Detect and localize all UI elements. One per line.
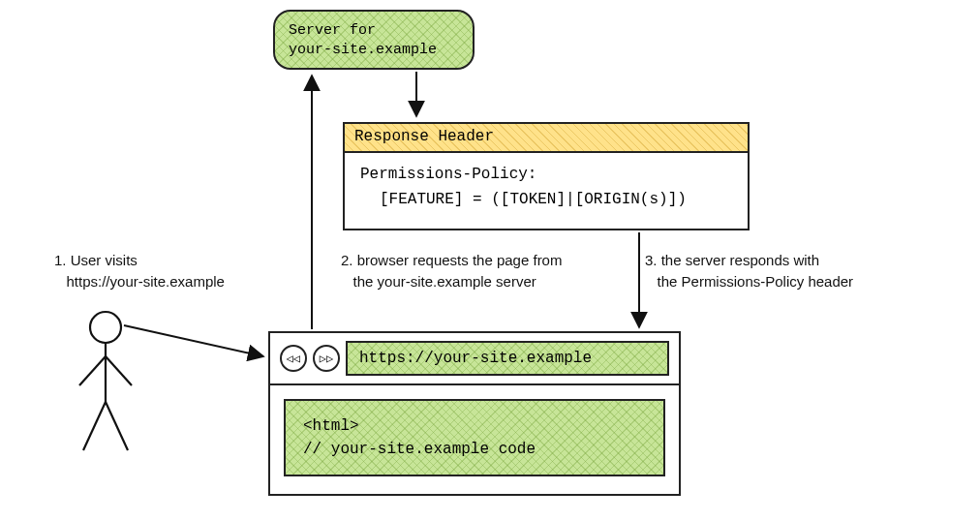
svg-line-2: [79, 356, 106, 385]
response-header-title: Response Header: [345, 124, 748, 153]
svg-line-3: [106, 356, 132, 385]
caption-step-1: 1. User visits https://your-site.example: [54, 250, 267, 292]
forward-button[interactable]: ▷▷: [313, 345, 340, 372]
server-line1: Server for: [289, 21, 459, 41]
url-bar[interactable]: https://your-site.example: [346, 341, 669, 376]
forward-icon: ▷▷: [320, 352, 333, 366]
caption-step-3: 3. the server responds with the Permissi…: [645, 250, 916, 292]
policy-syntax: [FEATURE] = ([TOKEN]|[ORIGIN(s)]): [360, 188, 732, 213]
server-line2: your-site.example: [289, 41, 459, 60]
page-code-box: <html> // your-site.example code: [284, 399, 665, 476]
server-box: Server for your-site.example: [273, 10, 475, 70]
code-line-2: // your-site.example code: [303, 438, 646, 461]
browser-window: ◁◁ ▷▷ https://your-site.example <html> /…: [268, 331, 681, 496]
browser-viewport: <html> // your-site.example code: [270, 385, 679, 490]
arrow-user-to-browser: [124, 325, 263, 356]
caption-step-2: 2. browser requests the page from the yo…: [341, 250, 612, 292]
svg-line-5: [106, 402, 128, 450]
back-icon: ◁◁: [287, 352, 300, 366]
policy-name: Permissions-Policy:: [360, 163, 732, 188]
response-header-body: Permissions-Policy: [FEATURE] = ([TOKEN]…: [345, 153, 748, 222]
back-button[interactable]: ◁◁: [280, 345, 307, 372]
browser-toolbar: ◁◁ ▷▷ https://your-site.example: [270, 333, 679, 385]
svg-point-0: [90, 312, 121, 343]
response-header-box: Response Header Permissions-Policy: [FEA…: [343, 122, 750, 230]
user-icon: [72, 310, 139, 455]
url-text: https://your-site.example: [359, 350, 592, 367]
code-line-1: <html>: [303, 414, 646, 438]
svg-line-4: [83, 402, 106, 450]
